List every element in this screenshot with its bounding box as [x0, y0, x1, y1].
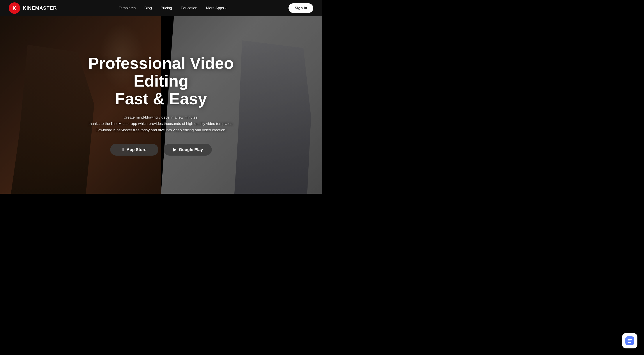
nav-link-pricing[interactable]: Pricing: [160, 6, 172, 10]
signin-button[interactable]: Sign in: [288, 3, 313, 13]
brand-name: KINEMASTER: [23, 5, 57, 11]
hero-buttons:  App Store ▶ Google Play: [78, 144, 244, 156]
hero-subtitle: Create mind-blowing videos in a few minu…: [78, 114, 244, 133]
hero-section: Professional Video Editing Fast & Easy C…: [0, 16, 322, 194]
hero-title-line1: Professional Video Editing: [88, 54, 234, 90]
svg-text:K: K: [12, 5, 17, 12]
nav-links: Templates Blog Pricing Education More Ap…: [119, 6, 227, 10]
nav-link-templates[interactable]: Templates: [119, 6, 136, 10]
chevron-down-icon: ▾: [225, 7, 227, 10]
google-play-label: Google Play: [179, 147, 203, 152]
google-play-button[interactable]: ▶ Google Play: [164, 144, 212, 156]
hero-content: Professional Video Editing Fast & Easy C…: [74, 54, 248, 156]
app-store-button[interactable]:  App Store: [110, 144, 158, 156]
nav-link-blog[interactable]: Blog: [144, 6, 152, 10]
nav-link-more-apps[interactable]: More Apps ▾: [206, 6, 227, 10]
navbar: K KINEMASTER Templates Blog Pricing Educ…: [0, 0, 322, 16]
app-store-label: App Store: [126, 147, 146, 152]
kinemaster-logo-icon: K: [9, 3, 20, 14]
play-icon: ▶: [172, 147, 176, 153]
hero-title-line2: Fast & Easy: [115, 90, 207, 108]
navbar-right: Sign in: [288, 3, 313, 13]
brand-logo[interactable]: K KINEMASTER: [9, 3, 57, 14]
hero-title: Professional Video Editing Fast & Easy: [78, 54, 244, 108]
apple-icon: : [122, 147, 124, 153]
nav-link-education[interactable]: Education: [181, 6, 197, 10]
